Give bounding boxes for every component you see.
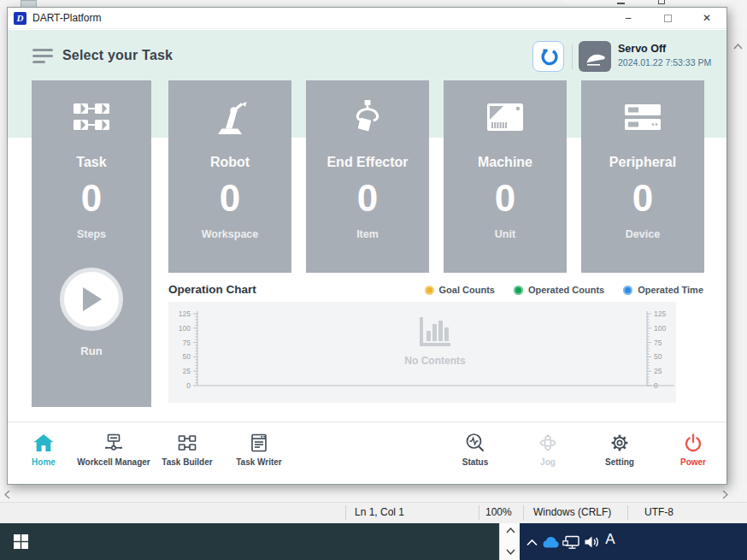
statusbar-separator bbox=[523, 505, 524, 520]
onedrive-cloud-icon[interactable] bbox=[541, 532, 560, 552]
statusbar-encoding: UTF-8 bbox=[644, 506, 673, 518]
scroll-left-icon[interactable] bbox=[4, 490, 10, 499]
scroll-up-icon[interactable] bbox=[506, 528, 515, 533]
card-unit: Device bbox=[626, 228, 660, 240]
nav-item-workcell-manager[interactable]: Workcell Manager bbox=[67, 431, 161, 467]
speaker-icon[interactable] bbox=[583, 532, 600, 552]
maximize-button[interactable] bbox=[648, 8, 687, 28]
card-count: 0 bbox=[220, 179, 240, 218]
background-minimize-fragment bbox=[617, 3, 625, 4]
close-button[interactable]: ✕ bbox=[687, 8, 726, 28]
nav-item-jog[interactable]: Jog bbox=[522, 431, 573, 467]
operated-time-dot-icon bbox=[623, 286, 632, 295]
scroll-right-icon[interactable] bbox=[722, 490, 728, 499]
run-label: Run bbox=[80, 345, 102, 357]
scroll-down-icon[interactable] bbox=[506, 549, 515, 555]
nav-item-label: Setting bbox=[605, 457, 634, 467]
refresh-button[interactable] bbox=[532, 41, 564, 72]
play-icon bbox=[79, 286, 103, 313]
card-title: Task bbox=[76, 155, 106, 170]
svg-text:0: 0 bbox=[654, 381, 658, 390]
nav-item-task-writer[interactable]: Task Writer bbox=[225, 431, 293, 467]
menu-hamburger-icon[interactable] bbox=[32, 49, 53, 64]
window-titlebar[interactable]: D DART-Platform – ✕ bbox=[8, 8, 726, 29]
window-scrollbar-column[interactable] bbox=[499, 523, 520, 560]
card-unit: Workspace bbox=[202, 228, 258, 240]
card-unit: Item bbox=[356, 228, 379, 240]
chart-legend: Goal Counts Operated Counts Operated Tim… bbox=[425, 285, 703, 295]
operated-counts-dot-icon bbox=[514, 286, 523, 295]
home-icon bbox=[32, 431, 56, 455]
svg-text:25: 25 bbox=[183, 367, 191, 375]
refresh-icon bbox=[539, 47, 558, 66]
card-title: Robot bbox=[210, 155, 250, 170]
app-logo-icon: D bbox=[14, 12, 26, 25]
nav-item-setting[interactable]: Setting bbox=[594, 431, 645, 467]
status-icon bbox=[463, 431, 487, 455]
nav-item-power[interactable]: Power bbox=[668, 431, 719, 467]
nav-item-task-builder[interactable]: Task Builder bbox=[153, 431, 221, 467]
statusbar-separator bbox=[345, 505, 346, 520]
card-count: 0 bbox=[495, 179, 515, 218]
svg-text:50: 50 bbox=[183, 352, 191, 361]
run-button[interactable] bbox=[60, 268, 123, 331]
maximize-icon bbox=[664, 15, 672, 22]
card-title: End Effector bbox=[326, 155, 408, 170]
gear-icon bbox=[608, 431, 632, 455]
chart-empty-state: No Contents bbox=[384, 315, 486, 367]
machine-icon bbox=[485, 95, 526, 139]
editor-vertical-scrollbar[interactable] bbox=[727, 28, 747, 484]
servo-status-label: Servo Off bbox=[618, 43, 666, 55]
ime-language-indicator[interactable]: A bbox=[602, 529, 619, 550]
windows-start-button[interactable] bbox=[7, 528, 34, 555]
network-icon[interactable] bbox=[562, 532, 580, 552]
power-icon bbox=[681, 431, 705, 455]
dart-platform-window: D DART-Platform – ✕ Select your Task Ser… bbox=[7, 7, 727, 485]
card-title: Peripheral bbox=[609, 155, 676, 170]
card-robot[interactable]: Robot 0 Workspace bbox=[168, 80, 291, 273]
statusbar-separator bbox=[479, 505, 479, 520]
servo-timestamp: 2024.01.22 7:53:33 PM bbox=[618, 57, 711, 68]
statusbar-zoom-level: 100% bbox=[485, 506, 512, 518]
nav-item-status[interactable]: Status bbox=[450, 431, 501, 467]
window-title: DART-Platform bbox=[32, 12, 101, 24]
svg-text:125: 125 bbox=[654, 309, 666, 318]
robot-arm-icon bbox=[209, 95, 250, 139]
background-maximize-fragment bbox=[658, 0, 665, 4]
svg-text:0: 0 bbox=[186, 381, 191, 390]
chart-title: Operation Chart bbox=[168, 283, 256, 296]
legend-label: Goal Counts bbox=[439, 285, 495, 295]
card-title: Machine bbox=[478, 155, 532, 170]
card-unit: Unit bbox=[495, 228, 515, 240]
card-count: 0 bbox=[81, 179, 102, 218]
card-peripheral[interactable]: Peripheral 0 Device bbox=[581, 80, 704, 273]
nav-item-label: Task Builder bbox=[162, 457, 212, 467]
task-builder-icon bbox=[175, 431, 199, 455]
svg-text:75: 75 bbox=[183, 339, 191, 347]
editor-horizontal-scrollbar[interactable] bbox=[0, 485, 747, 503]
card-unit: Steps bbox=[77, 228, 106, 240]
nav-item-label: Workcell Manager bbox=[77, 457, 150, 467]
servo-button[interactable] bbox=[579, 41, 611, 72]
peripheral-devices-icon bbox=[622, 95, 663, 139]
nav-item-home[interactable]: Home bbox=[20, 431, 68, 467]
jog-dpad-icon bbox=[536, 431, 560, 455]
minimize-button[interactable]: – bbox=[609, 8, 648, 28]
legend-operated-time: Operated Time bbox=[623, 285, 703, 295]
editor-statusbar: Ln 1, Col 1 100% Windows (CRLF) UTF-8 bbox=[0, 503, 747, 523]
windows-logo-icon bbox=[14, 534, 28, 549]
taskbar bbox=[0, 523, 499, 560]
statusbar-cursor-position: Ln 1, Col 1 bbox=[355, 506, 404, 518]
scroll-up-icon[interactable] bbox=[733, 44, 743, 50]
card-count: 0 bbox=[632, 179, 653, 218]
card-task[interactable]: Task 0 Steps Run bbox=[32, 80, 151, 407]
card-machine[interactable]: Machine 0 Unit bbox=[444, 80, 567, 273]
card-end-effector[interactable]: End Effector 0 Item bbox=[306, 80, 429, 273]
nav-item-label: Status bbox=[462, 457, 489, 467]
svg-text:125: 125 bbox=[179, 309, 191, 318]
tray-chevron-up-icon[interactable] bbox=[524, 532, 539, 552]
card-count: 0 bbox=[357, 179, 378, 218]
nav-item-label: Power bbox=[680, 457, 706, 467]
operation-chart: 00252550507575100100125125 No Contents bbox=[168, 302, 676, 403]
legend-goal-counts: Goal Counts bbox=[425, 285, 495, 295]
